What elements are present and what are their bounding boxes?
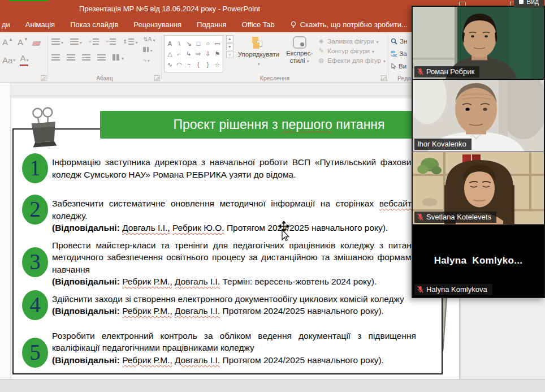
drawing-group-label: Креслення — [162, 75, 388, 81]
shape-effects-button[interactable]: ◍Ефекти для фігур▾ — [317, 57, 386, 64]
tab-retsenzuvannya[interactable]: Рецензування — [133, 20, 181, 29]
align-text-button[interactable]: ▾ — [142, 45, 156, 54]
shape-icon[interactable]: ⇨ — [196, 50, 201, 57]
slide-title-text: Проєкт рішення з першого питання — [173, 117, 384, 132]
content-box: 1 Інформацію заступника директора з навч… — [12, 128, 443, 374]
paragraph-group: ▾ ▾ « » ⇕▾ ▾ ⇅A▾ — [48, 32, 161, 82]
shape-icon[interactable]: ◠ — [176, 61, 182, 68]
item-main-text: Здійснити заходи зі створення електронно… — [52, 293, 416, 305]
shape-icon[interactable]: △ — [167, 50, 172, 57]
tell-me-box[interactable]: Скажіть, що потрібно зробити... — [290, 20, 408, 29]
shapes-more-icon[interactable]: ▿ — [226, 51, 233, 58]
item-number-badge: 3 — [22, 247, 48, 277]
item-number-badge: 5 — [22, 338, 48, 368]
participant-name-label: Halyna Komlykova — [414, 284, 492, 295]
shapes-scroll-up-icon[interactable]: ▴ — [226, 35, 233, 42]
bullets-button[interactable]: ▾ — [50, 37, 64, 46]
shape-fill-button[interactable]: ◈Заливка фігури▾ — [317, 37, 386, 45]
participant-name-label: Роман Ребрик — [414, 66, 479, 77]
view-icon — [519, 0, 524, 4]
increase-indent-button[interactable]: » — [105, 38, 117, 45]
shape-icon[interactable]: \ — [179, 40, 180, 47]
tab-animatsiya[interactable]: Анімація — [25, 20, 55, 29]
numbering-button[interactable]: ▾ — [69, 37, 83, 46]
window-title: Презентація МР №5 від 18.06.2024 року - … — [0, 5, 339, 13]
arrange-icon — [251, 36, 266, 50]
change-case-button[interactable]: Aa▾ — [2, 55, 15, 65]
participant-tile-ihor-kovalenko[interactable]: Ihor Kovalenko — [413, 79, 544, 152]
decrease-indent-button[interactable]: « — [88, 38, 100, 45]
quick-styles-button[interactable]: Експрес- стилі ▾ — [284, 35, 315, 74]
decision-item: 2 Забезпечити систематичне оновлення мет… — [18, 197, 418, 234]
decision-item: 4 Здійснити заходи зі створення електрон… — [18, 293, 418, 320]
clear-formatting-icon[interactable] — [32, 41, 41, 46]
shapes-gallery-scroll: ▴ ▾ ▿ — [226, 35, 233, 74]
shape-icon[interactable]: ↘ — [186, 40, 191, 47]
arrange-button[interactable]: Упорядкувати ▾ — [236, 35, 282, 74]
drawing-dialog-launcher[interactable]: ◿ — [381, 75, 387, 81]
shapes-gallery: A\↘□○▭△⌐↳⇨⇩⚑∿◠~{}☆ — [164, 35, 223, 72]
tab-podannya[interactable]: Подання — [197, 20, 227, 29]
shape-icon[interactable]: ⌐ — [178, 50, 181, 57]
pencil-icon: ✎ — [317, 47, 325, 54]
increase-font-button[interactable]: A▲ — [2, 37, 13, 47]
font-dialog-launcher[interactable]: ◿ — [41, 75, 46, 81]
screen: Презентація МР №5 від 18.06.2024 року - … — [0, 0, 545, 392]
shape-icon[interactable]: ▭ — [214, 40, 220, 47]
view-button[interactable]: Вид — [514, 0, 544, 8]
shape-icon[interactable]: A — [168, 40, 172, 47]
align-center-button[interactable] — [66, 54, 76, 61]
tell-me-label: Скажіть, що потрібно зробити... — [300, 20, 408, 29]
bottom-strip — [0, 379, 545, 392]
screen-share-border — [8, 0, 48, 1]
thumbnail-pane-edge[interactable] — [0, 83, 11, 379]
shape-icon[interactable]: { — [197, 61, 200, 68]
decision-item: 5 Розробити електронний контроль за облі… — [18, 330, 418, 368]
search-icon — [391, 38, 397, 45]
replace-icon: ab⤷ac — [391, 50, 397, 57]
item-number-badge: 4 — [22, 290, 48, 320]
shape-icon[interactable]: ☆ — [214, 61, 220, 68]
drawing-group: A\↘□○▭△⌐↳⇨⇩⚑∿◠~{}☆ ▴ ▾ ▿ Упорядкувати ▾ … — [162, 32, 388, 82]
tab-perekhody-cut[interactable]: ди — [2, 20, 10, 29]
participant-name-label: Svetlana Kotelevets — [414, 212, 496, 223]
columns-button[interactable]: ▾ — [111, 53, 125, 62]
text-direction-button[interactable]: ⇅A▾ — [142, 35, 156, 44]
align-right-button[interactable] — [81, 54, 92, 61]
paragraph-dialog-launcher[interactable]: ◿ — [154, 75, 160, 81]
participant-tile-svetlana-kotelevets[interactable]: Svetlana Kotelevets — [413, 152, 544, 225]
tab-pokaz-slaidiv[interactable]: Показ слайдів — [70, 20, 118, 29]
shape-icon[interactable]: ~ — [187, 61, 191, 68]
shape-icon[interactable]: } — [207, 61, 209, 68]
participant-tile-roman-rebryk[interactable]: Роман Ребрик — [413, 7, 544, 79]
justify-button[interactable] — [96, 54, 107, 61]
shape-icon[interactable]: ⚑ — [214, 50, 220, 57]
decision-item: 3 Провести майстер-класи та тренінги для… — [18, 239, 418, 288]
participant-tile-halyna-komlykova[interactable]: Halyna Komlyko... Halyna Komlykova — [413, 225, 544, 298]
lightbulb-icon — [290, 21, 297, 29]
convert-smartart-button[interactable]: ⤷▾ — [142, 55, 156, 64]
decrease-font-button[interactable]: A▼ — [18, 37, 28, 47]
shape-outline-button[interactable]: ✎Контур фігури▾ — [317, 47, 386, 54]
shape-icon[interactable]: ⇩ — [205, 50, 210, 57]
decision-items: 1 Інформацію заступника директора з навч… — [18, 130, 418, 368]
cursor-arrow-icon — [391, 63, 396, 70]
shape-icon[interactable]: ↳ — [186, 50, 191, 57]
decision-item: 1 Інформацію заступника директора з навч… — [18, 156, 418, 183]
line-spacing-button[interactable]: ⇕▾ — [122, 37, 139, 46]
align-left-button[interactable] — [50, 54, 61, 61]
muted-mic-icon — [417, 68, 423, 75]
paragraph-group-label: Абзац — [48, 75, 161, 81]
participant-name-label: Ihor Kovalenko — [414, 139, 472, 150]
item-resp-text: (Відповідальні: Ребрик Р.М., Довгаль І.І… — [52, 305, 416, 317]
font-color-button[interactable]: A▾ — [20, 54, 28, 66]
item-main-text: Інформацію заступника директора з навчал… — [52, 156, 416, 180]
shape-icon[interactable]: ∿ — [167, 61, 172, 68]
item-resp-text: (Відповідальні: Ребрик Р.М., Довгаль І.І… — [52, 275, 416, 288]
item-main-text: Розробити електронний контроль за обліко… — [52, 330, 416, 354]
font-group: A▲ A▼ Aa▾ A▾ ◿ — [0, 32, 47, 82]
shape-icon[interactable]: ○ — [206, 40, 210, 47]
shape-icon[interactable]: □ — [196, 40, 200, 47]
tab-office-tab[interactable]: Office Tab — [242, 20, 275, 29]
shapes-scroll-down-icon[interactable]: ▾ — [226, 43, 233, 50]
